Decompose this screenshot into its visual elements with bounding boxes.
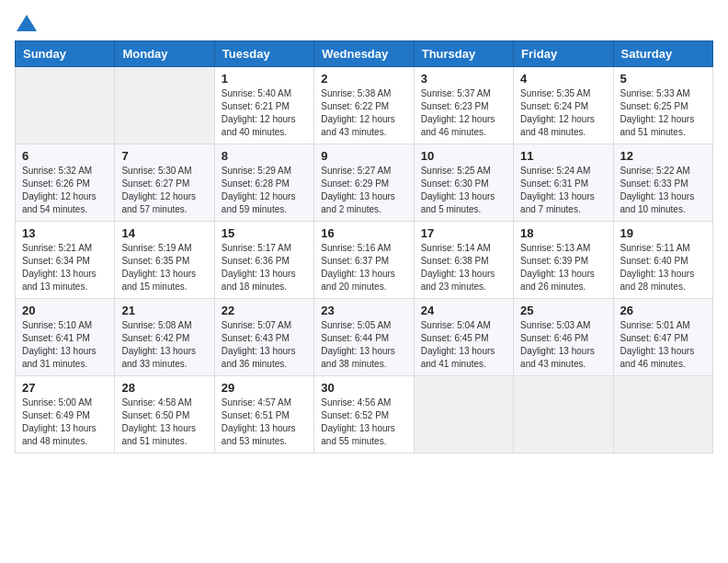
day-detail: Sunrise: 5:13 AMSunset: 6:39 PMDaylight:… <box>520 242 606 293</box>
day-number: 6 <box>22 149 108 163</box>
day-detail: Sunrise: 5:32 AMSunset: 6:26 PMDaylight:… <box>22 165 108 216</box>
calendar-cell: 3Sunrise: 5:37 AMSunset: 6:23 PMDaylight… <box>414 67 513 144</box>
day-number: 11 <box>520 149 606 163</box>
day-number: 26 <box>620 304 706 317</box>
day-detail: Sunrise: 5:07 AMSunset: 6:43 PMDaylight:… <box>222 319 307 371</box>
day-number: 3 <box>421 72 506 86</box>
day-detail: Sunrise: 4:58 AMSunset: 6:50 PMDaylight:… <box>121 396 207 448</box>
calendar-cell: 15Sunrise: 5:17 AMSunset: 6:36 PMDayligh… <box>214 222 313 299</box>
calendar-cell <box>16 67 115 144</box>
calendar-week-5: 27Sunrise: 5:00 AMSunset: 6:49 PMDayligh… <box>16 376 713 454</box>
day-detail: Sunrise: 5:08 AMSunset: 6:42 PMDaylight:… <box>121 319 207 371</box>
day-detail: Sunrise: 5:22 AMSunset: 6:33 PMDaylight:… <box>620 165 706 216</box>
calendar-cell: 23Sunrise: 5:05 AMSunset: 6:44 PMDayligh… <box>314 299 414 376</box>
calendar-cell: 6Sunrise: 5:32 AMSunset: 6:26 PMDaylight… <box>16 144 115 222</box>
day-detail: Sunrise: 5:00 AMSunset: 6:49 PMDaylight:… <box>22 396 108 448</box>
calendar-cell: 25Sunrise: 5:03 AMSunset: 6:46 PMDayligh… <box>514 299 613 376</box>
col-header-friday: Friday <box>514 41 613 67</box>
calendar-cell <box>613 376 712 454</box>
calendar-cell: 19Sunrise: 5:11 AMSunset: 6:40 PMDayligh… <box>613 222 712 299</box>
day-detail: Sunrise: 5:17 AMSunset: 6:36 PMDaylight:… <box>222 242 307 293</box>
day-detail: Sunrise: 5:29 AMSunset: 6:28 PMDaylight:… <box>222 165 307 216</box>
calendar-cell: 8Sunrise: 5:29 AMSunset: 6:28 PMDaylight… <box>214 144 313 222</box>
day-number: 16 <box>321 226 406 240</box>
day-number: 2 <box>321 72 406 86</box>
day-detail: Sunrise: 5:38 AMSunset: 6:22 PMDaylight:… <box>321 87 406 139</box>
calendar-cell <box>115 67 214 144</box>
day-number: 20 <box>22 304 108 317</box>
day-detail: Sunrise: 5:03 AMSunset: 6:46 PMDaylight:… <box>520 319 606 371</box>
day-number: 9 <box>321 149 406 163</box>
day-number: 1 <box>222 72 307 86</box>
day-detail: Sunrise: 5:35 AMSunset: 6:24 PMDaylight:… <box>520 87 606 139</box>
calendar-cell <box>414 376 513 454</box>
calendar-week-2: 6Sunrise: 5:32 AMSunset: 6:26 PMDaylight… <box>16 144 713 222</box>
calendar-cell: 27Sunrise: 5:00 AMSunset: 6:49 PMDayligh… <box>16 376 115 454</box>
day-detail: Sunrise: 5:11 AMSunset: 6:40 PMDaylight:… <box>620 242 706 293</box>
day-detail: Sunrise: 5:40 AMSunset: 6:21 PMDaylight:… <box>222 87 307 139</box>
day-number: 18 <box>520 226 606 240</box>
day-number: 24 <box>421 304 506 317</box>
col-header-tuesday: Tuesday <box>214 41 313 67</box>
day-number: 29 <box>222 381 307 395</box>
calendar-cell: 1Sunrise: 5:40 AMSunset: 6:21 PMDaylight… <box>214 67 313 144</box>
calendar-week-1: 1Sunrise: 5:40 AMSunset: 6:21 PMDaylight… <box>16 67 713 144</box>
day-number: 14 <box>121 226 207 240</box>
calendar-cell: 11Sunrise: 5:24 AMSunset: 6:31 PMDayligh… <box>514 144 613 222</box>
calendar-cell: 13Sunrise: 5:21 AMSunset: 6:34 PMDayligh… <box>16 222 115 299</box>
col-header-sunday: Sunday <box>16 41 115 67</box>
day-detail: Sunrise: 5:25 AMSunset: 6:30 PMDaylight:… <box>421 165 506 216</box>
col-header-wednesday: Wednesday <box>314 41 414 67</box>
calendar-table: SundayMondayTuesdayWednesdayThursdayFrid… <box>15 40 713 454</box>
day-number: 13 <box>22 226 108 240</box>
calendar-cell: 29Sunrise: 4:57 AMSunset: 6:51 PMDayligh… <box>214 376 313 454</box>
calendar-cell: 26Sunrise: 5:01 AMSunset: 6:47 PMDayligh… <box>613 299 712 376</box>
day-number: 19 <box>620 226 706 240</box>
day-number: 7 <box>121 149 207 163</box>
svg-marker-0 <box>17 15 37 31</box>
day-number: 17 <box>421 226 506 240</box>
col-header-monday: Monday <box>115 41 214 67</box>
calendar-cell: 4Sunrise: 5:35 AMSunset: 6:24 PMDaylight… <box>514 67 613 144</box>
day-detail: Sunrise: 5:19 AMSunset: 6:35 PMDaylight:… <box>121 242 207 293</box>
day-detail: Sunrise: 5:16 AMSunset: 6:37 PMDaylight:… <box>321 242 406 293</box>
day-detail: Sunrise: 5:30 AMSunset: 6:27 PMDaylight:… <box>121 165 207 216</box>
calendar-week-4: 20Sunrise: 5:10 AMSunset: 6:41 PMDayligh… <box>16 299 713 376</box>
calendar-cell: 7Sunrise: 5:30 AMSunset: 6:27 PMDaylight… <box>115 144 214 222</box>
day-detail: Sunrise: 5:24 AMSunset: 6:31 PMDaylight:… <box>520 165 606 216</box>
calendar-cell: 16Sunrise: 5:16 AMSunset: 6:37 PMDayligh… <box>314 222 414 299</box>
day-detail: Sunrise: 5:01 AMSunset: 6:47 PMDaylight:… <box>620 319 706 371</box>
calendar-cell: 22Sunrise: 5:07 AMSunset: 6:43 PMDayligh… <box>214 299 313 376</box>
day-number: 12 <box>620 149 706 163</box>
page-header <box>15 15 713 31</box>
calendar-cell: 18Sunrise: 5:13 AMSunset: 6:39 PMDayligh… <box>514 222 613 299</box>
logo <box>15 15 37 31</box>
calendar-week-3: 13Sunrise: 5:21 AMSunset: 6:34 PMDayligh… <box>16 222 713 299</box>
day-number: 28 <box>121 381 207 395</box>
day-number: 27 <box>22 381 108 395</box>
day-number: 10 <box>421 149 506 163</box>
day-detail: Sunrise: 5:21 AMSunset: 6:34 PMDaylight:… <box>22 242 108 293</box>
calendar-cell: 2Sunrise: 5:38 AMSunset: 6:22 PMDaylight… <box>314 67 414 144</box>
calendar-cell: 21Sunrise: 5:08 AMSunset: 6:42 PMDayligh… <box>115 299 214 376</box>
day-number: 23 <box>321 304 406 317</box>
day-detail: Sunrise: 4:56 AMSunset: 6:52 PMDaylight:… <box>321 396 406 448</box>
calendar-cell: 10Sunrise: 5:25 AMSunset: 6:30 PMDayligh… <box>414 144 513 222</box>
day-detail: Sunrise: 5:27 AMSunset: 6:29 PMDaylight:… <box>321 165 406 216</box>
day-detail: Sunrise: 5:37 AMSunset: 6:23 PMDaylight:… <box>421 87 506 139</box>
calendar-cell: 20Sunrise: 5:10 AMSunset: 6:41 PMDayligh… <box>16 299 115 376</box>
day-number: 22 <box>222 304 307 317</box>
calendar-cell: 5Sunrise: 5:33 AMSunset: 6:25 PMDaylight… <box>613 67 712 144</box>
logo-icon <box>17 15 37 31</box>
day-detail: Sunrise: 5:10 AMSunset: 6:41 PMDaylight:… <box>22 319 108 371</box>
day-number: 21 <box>121 304 207 317</box>
day-number: 25 <box>520 304 606 317</box>
col-header-thursday: Thursday <box>414 41 513 67</box>
header-row: SundayMondayTuesdayWednesdayThursdayFrid… <box>16 41 713 67</box>
calendar-cell: 28Sunrise: 4:58 AMSunset: 6:50 PMDayligh… <box>115 376 214 454</box>
day-detail: Sunrise: 5:04 AMSunset: 6:45 PMDaylight:… <box>421 319 506 371</box>
calendar-cell: 14Sunrise: 5:19 AMSunset: 6:35 PMDayligh… <box>115 222 214 299</box>
day-number: 5 <box>620 72 706 86</box>
calendar-cell <box>514 376 613 454</box>
col-header-saturday: Saturday <box>613 41 712 67</box>
